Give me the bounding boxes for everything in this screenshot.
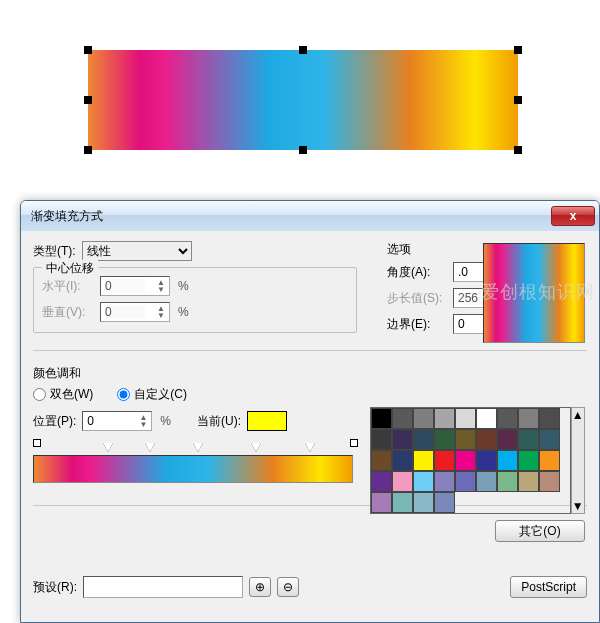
two-color-radio[interactable]: 双色(W) [33,386,93,403]
percent-unit: % [178,279,189,293]
gradient-midpoint[interactable] [305,443,315,452]
palette-cell[interactable] [455,450,476,471]
gradient-midpoint[interactable] [193,443,203,452]
palette-cell[interactable] [518,429,539,450]
palette-cell[interactable] [371,471,392,492]
close-button[interactable]: x [551,206,595,226]
palette-cell[interactable] [413,429,434,450]
selected-gradient-rectangle[interactable]: × [88,50,518,150]
vertical-label: 垂直(V): [42,304,94,321]
palette-cell[interactable] [371,492,392,513]
minus-icon: ⊖ [283,580,293,594]
palette-cell[interactable] [392,408,413,429]
gradient-midpoint[interactable] [103,443,113,452]
gradient-stops-row[interactable] [33,441,353,455]
palette-cell[interactable] [434,471,455,492]
palette-cell[interactable] [518,408,539,429]
preset-combo[interactable] [83,576,243,598]
palette-cell[interactable] [497,471,518,492]
palette-cell[interactable] [455,429,476,450]
palette-cell[interactable] [413,408,434,429]
type-label: 类型(T): [33,243,76,260]
gradient-bar[interactable] [33,455,353,483]
palette-cell[interactable] [392,471,413,492]
resize-handle-bottom-middle[interactable] [299,146,307,154]
palette-cell[interactable] [539,408,560,429]
plus-icon: ⊕ [255,580,265,594]
vertical-spinner: ▲▼ [100,302,170,322]
palette-cell[interactable] [392,429,413,450]
palette-cell[interactable] [413,450,434,471]
horizontal-label: 水平(I): [42,278,94,295]
current-label: 当前(U): [197,413,241,430]
palette-cell[interactable] [518,450,539,471]
palette-cell[interactable] [371,450,392,471]
close-icon: x [570,209,577,223]
palette-cell[interactable] [476,450,497,471]
palette-cell[interactable] [455,408,476,429]
postscript-button[interactable]: PostScript [510,576,587,598]
palette-cell[interactable] [434,429,455,450]
scroll-up-icon[interactable]: ▲ [572,408,584,422]
spinner-arrows-icon[interactable]: ▲▼ [139,414,147,428]
palette-cell[interactable] [434,492,455,513]
resize-handle-middle-right[interactable] [514,96,522,104]
palette-cell[interactable] [497,450,518,471]
palette-cell[interactable] [413,471,434,492]
palette-cell[interactable] [371,429,392,450]
palette-cell[interactable] [518,471,539,492]
resize-handle-middle-left[interactable] [84,96,92,104]
resize-handle-bottom-right[interactable] [514,146,522,154]
palette-grid[interactable] [370,407,571,514]
current-color-swatch[interactable] [247,411,287,431]
gradient-fill-dialog: 渐变填充方式 x 类型(T): 线性 中心位移 水平(I): [20,200,600,623]
palette-cell[interactable] [434,450,455,471]
palette-cell[interactable] [476,429,497,450]
step-label: 步长值(S): [387,290,447,307]
gradient-midpoint[interactable] [251,443,261,452]
other-colors-button[interactable]: 其它(O) [495,520,585,542]
edge-label: 边界(E): [387,316,447,333]
palette-cell[interactable] [476,408,497,429]
custom-radio[interactable]: 自定义(C) [117,386,187,403]
position-label: 位置(P): [33,413,76,430]
palette-cell[interactable] [497,408,518,429]
center-offset-title: 中心位移 [42,260,98,277]
type-select[interactable]: 线性 [82,241,192,261]
gradient-midpoint[interactable] [145,443,155,452]
gradient-stop[interactable] [350,439,358,447]
watermark-text: 爱创根知识网 [481,280,595,304]
palette-cell[interactable] [392,492,413,513]
resize-handle-top-right[interactable] [514,46,522,54]
color-palette: ▲ ▼ 其它(O) [370,407,585,542]
palette-cell[interactable] [539,429,560,450]
spinner-arrows-icon: ▲▼ [157,305,165,319]
palette-cell[interactable] [539,450,560,471]
resize-handle-top-middle[interactable] [299,46,307,54]
spinner-arrows-icon: ▲▼ [157,279,165,293]
palette-cell[interactable] [497,429,518,450]
palette-cell[interactable] [434,408,455,429]
vertical-input [105,305,145,319]
palette-cell[interactable] [539,471,560,492]
palette-cell[interactable] [476,471,497,492]
canvas-area[interactable]: × [0,0,600,200]
percent-unit: % [160,414,171,428]
remove-preset-button[interactable]: ⊖ [277,577,299,597]
center-marker-icon: × [299,92,307,108]
position-input[interactable] [87,414,127,428]
scroll-down-icon[interactable]: ▼ [572,499,584,513]
palette-cell[interactable] [455,471,476,492]
center-offset-group: 中心位移 水平(I): ▲▼ % 垂直(V): ▲▼ [33,267,357,333]
palette-cell[interactable] [413,492,434,513]
add-preset-button[interactable]: ⊕ [249,577,271,597]
resize-handle-top-left[interactable] [84,46,92,54]
dialog-titlebar[interactable]: 渐变填充方式 x [21,201,599,231]
palette-cell[interactable] [392,450,413,471]
preset-label: 预设(R): [33,579,77,596]
position-spinner[interactable]: ▲▼ [82,411,152,431]
palette-cell[interactable] [371,408,392,429]
palette-scrollbar[interactable]: ▲ ▼ [571,407,585,514]
gradient-stop[interactable] [33,439,41,447]
resize-handle-bottom-left[interactable] [84,146,92,154]
